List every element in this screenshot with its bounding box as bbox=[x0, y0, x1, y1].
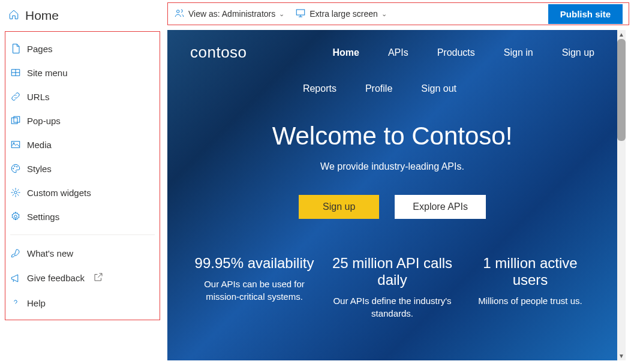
screen-label: Extra large screen bbox=[310, 9, 378, 19]
chevron-down-icon: ⌄ bbox=[279, 10, 284, 18]
scroll-track[interactable] bbox=[617, 39, 626, 351]
sidebar-item-label: Pages bbox=[27, 44, 53, 54]
help-icon bbox=[10, 297, 21, 308]
people-icon bbox=[174, 8, 185, 20]
sidebar-item-pages[interactable]: Pages bbox=[5, 37, 160, 61]
external-link-icon bbox=[93, 272, 104, 284]
scroll-thumb[interactable] bbox=[617, 39, 626, 141]
sidebar-item-popups[interactable]: Pop-ups bbox=[5, 109, 160, 133]
widget-icon bbox=[10, 187, 21, 198]
nav-signin[interactable]: Sign in bbox=[504, 47, 533, 58]
svg-point-6 bbox=[17, 166, 18, 167]
hero-buttons: Sign up Explore APIs bbox=[179, 195, 605, 219]
sidebar-item-label: Help bbox=[27, 298, 46, 308]
sidebar-item-label: Pop-ups bbox=[27, 116, 61, 126]
nav-signout[interactable]: Sign out bbox=[421, 83, 456, 94]
stat-users: 1 million active users Millions of peopl… bbox=[461, 255, 599, 320]
sidebar-item-label: Media bbox=[27, 140, 52, 150]
view-as-dropdown[interactable]: View as: Administrators ⌄ bbox=[174, 8, 284, 20]
nav-home[interactable]: Home bbox=[332, 47, 359, 58]
sidebar-item-sitemenu[interactable]: Site menu bbox=[5, 61, 160, 85]
home-label: Home bbox=[25, 8, 59, 23]
hero-section: Welcome to Contoso! We provide industry-… bbox=[167, 94, 617, 242]
hero-title: Welcome to Contoso! bbox=[179, 122, 605, 151]
stat-title: 99.95% availability bbox=[191, 255, 317, 272]
nav-profile[interactable]: Profile bbox=[365, 83, 392, 94]
site-nav: contoso Home APIs Products Sign in Sign … bbox=[167, 30, 617, 94]
sidebar-item-label: Styles bbox=[27, 164, 52, 174]
main-area: View as: Administrators ⌄ Extra large sc… bbox=[165, 0, 634, 364]
sidebar-item-styles[interactable]: Styles bbox=[5, 157, 160, 181]
sidebar-item-feedback[interactable]: Give feedback bbox=[5, 265, 160, 291]
svg-rect-0 bbox=[11, 118, 17, 124]
svg-point-7 bbox=[14, 191, 17, 194]
media-icon bbox=[10, 139, 21, 150]
stat-title: 25 million API calls daily bbox=[329, 255, 455, 288]
sidebar-divider bbox=[10, 234, 155, 235]
view-as-label: View as: Administrators bbox=[188, 9, 275, 19]
nav-signup[interactable]: Sign up bbox=[562, 47, 594, 58]
sidebar-item-label: What's new bbox=[27, 248, 73, 258]
sidebar-item-whatsnew[interactable]: What's new bbox=[5, 241, 160, 265]
megaphone-icon bbox=[10, 273, 21, 284]
svg-point-3 bbox=[13, 143, 14, 144]
sidebar-item-label: URLs bbox=[27, 92, 50, 102]
nav-products[interactable]: Products bbox=[437, 47, 475, 58]
preview-toolbar: View as: Administrators ⌄ Extra large sc… bbox=[167, 2, 629, 25]
svg-rect-10 bbox=[297, 10, 305, 15]
sidebar-item-settings[interactable]: Settings bbox=[5, 204, 160, 228]
sidebar-item-urls[interactable]: URLs bbox=[5, 85, 160, 109]
sidebar-item-label: Give feedback bbox=[27, 273, 85, 283]
stat-availability: 99.95% availability Our APIs can be used… bbox=[185, 255, 323, 320]
signup-button[interactable]: Sign up bbox=[299, 195, 379, 219]
preview-container: contoso Home APIs Products Sign in Sign … bbox=[167, 30, 626, 360]
monitor-icon bbox=[295, 8, 306, 20]
nav-reports[interactable]: Reports bbox=[303, 83, 336, 94]
palette-icon bbox=[10, 163, 21, 174]
sidebar-item-label: Site menu bbox=[27, 68, 68, 78]
sidebar-item-label: Settings bbox=[27, 212, 59, 222]
stat-calls: 25 million API calls daily Our APIs defi… bbox=[323, 255, 461, 320]
stat-desc: Our APIs can be used for mission-critica… bbox=[191, 278, 317, 303]
publish-button[interactable]: Publish site bbox=[548, 4, 623, 24]
site-logo[interactable]: contoso bbox=[190, 43, 247, 62]
site-preview: contoso Home APIs Products Sign in Sign … bbox=[167, 30, 617, 360]
sidebar: Home Pages Site menu URLs Pop-ups Med bbox=[0, 0, 165, 364]
gear-icon bbox=[10, 211, 21, 222]
stat-desc: Our APIs define the industry's standards… bbox=[329, 294, 455, 320]
screen-dropdown[interactable]: Extra large screen ⌄ bbox=[295, 8, 387, 20]
sidebar-item-help[interactable]: Help bbox=[5, 291, 160, 315]
svg-point-5 bbox=[14, 166, 16, 167]
link-icon bbox=[10, 91, 21, 102]
page-icon bbox=[10, 43, 21, 54]
svg-point-8 bbox=[14, 215, 17, 218]
sidebar-item-media[interactable]: Media bbox=[5, 133, 160, 157]
scroll-up-arrow[interactable]: ▲ bbox=[618, 30, 624, 39]
home-icon bbox=[8, 9, 19, 22]
svg-point-9 bbox=[177, 10, 180, 13]
svg-rect-1 bbox=[14, 116, 20, 122]
stats-section: 99.95% availability Our APIs can be used… bbox=[167, 242, 617, 326]
home-header[interactable]: Home bbox=[0, 5, 165, 29]
scrollbar[interactable]: ▲ ▼ bbox=[617, 30, 626, 360]
scroll-down-arrow[interactable]: ▼ bbox=[618, 351, 624, 360]
sitemap-icon bbox=[10, 67, 21, 78]
sidebar-item-label: Custom widgets bbox=[27, 188, 91, 198]
svg-point-4 bbox=[13, 168, 14, 169]
sidebar-menu: Pages Site menu URLs Pop-ups Media Style… bbox=[5, 31, 160, 320]
rocket-icon bbox=[10, 248, 21, 258]
popups-icon bbox=[10, 115, 21, 126]
nav-primary: Home APIs Products Sign in Sign up bbox=[332, 47, 594, 58]
stat-title: 1 million active users bbox=[467, 255, 593, 288]
explore-button[interactable]: Explore APIs bbox=[395, 195, 486, 219]
sidebar-item-widgets[interactable]: Custom widgets bbox=[5, 181, 160, 204]
chevron-down-icon: ⌄ bbox=[381, 10, 387, 18]
stat-desc: Millions of people trust us. bbox=[467, 294, 593, 307]
hero-subtitle: We provide industry-leading APIs. bbox=[179, 161, 605, 172]
nav-apis[interactable]: APIs bbox=[388, 47, 408, 58]
nav-secondary: Reports Profile Sign out bbox=[190, 83, 594, 94]
